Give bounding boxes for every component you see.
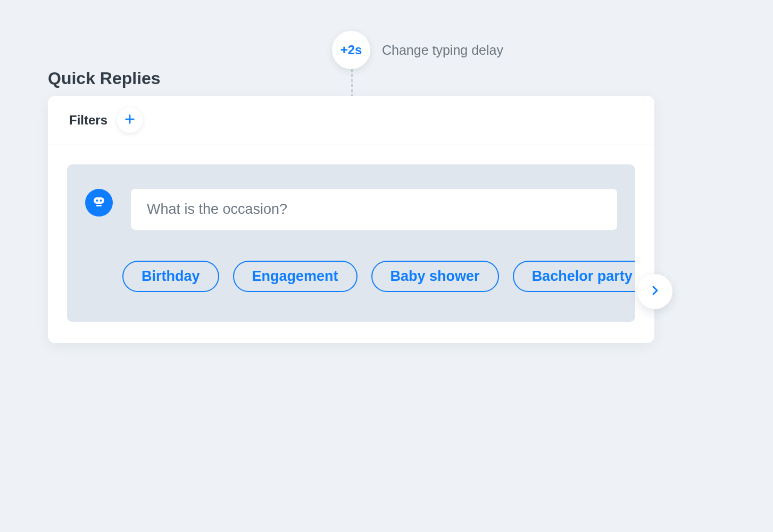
bot-avatar	[85, 189, 113, 217]
svg-rect-2	[94, 197, 104, 204]
bot-prompt-input[interactable]	[131, 189, 617, 230]
quick-reply-chips: Birthday Engagement Baby shower Bachelor…	[122, 261, 617, 292]
scroll-right-button[interactable]	[637, 274, 672, 309]
svg-point-4	[100, 200, 102, 202]
quick-replies-card: Filters	[48, 96, 654, 343]
quick-reply-chip[interactable]: Engagement	[233, 261, 358, 292]
message-panel: Birthday Engagement Baby shower Bachelor…	[67, 164, 635, 322]
bot-icon	[90, 193, 107, 212]
quick-reply-chip[interactable]: Birthday	[122, 261, 219, 292]
typing-delay-badge[interactable]: +2s	[332, 31, 370, 69]
chevron-right-icon	[649, 284, 661, 299]
bot-message-row	[85, 189, 617, 230]
svg-rect-5	[96, 205, 102, 206]
typing-delay-label[interactable]: Change typing delay	[382, 43, 503, 58]
filters-bar: Filters	[48, 96, 654, 145]
plus-icon	[124, 113, 136, 127]
svg-point-3	[96, 200, 98, 202]
filters-label: Filters	[69, 113, 107, 128]
quick-reply-chip[interactable]: Baby shower	[371, 261, 499, 292]
bot-prompt-text[interactable]	[146, 201, 602, 218]
add-filter-button[interactable]	[117, 107, 143, 133]
typing-delay-control: +2s Change typing delay	[332, 31, 503, 69]
quick-reply-chip[interactable]: Bachelor party	[513, 261, 635, 292]
typing-delay-value: +2s	[340, 43, 362, 57]
page-title: Quick Replies	[48, 69, 161, 88]
